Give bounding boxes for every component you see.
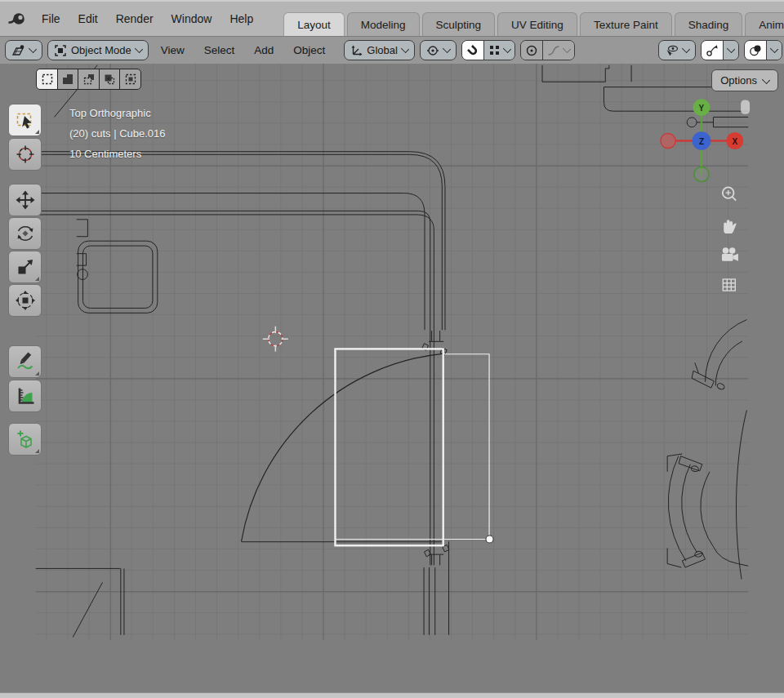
chevron-down-icon [135, 44, 143, 52]
proportional-editing-group [520, 40, 575, 60]
select-difference-icon [103, 73, 116, 86]
viewport-header: Object Mode View Select Add Object Globa… [0, 36, 784, 64]
chevron-down-icon [401, 44, 409, 52]
select-box-icon [15, 109, 36, 131]
tab-uv-editing[interactable]: UV Editing [497, 12, 577, 36]
menu-add[interactable]: Add [247, 37, 281, 64]
mode-label: Object Mode [71, 44, 131, 56]
rotate-icon [15, 223, 36, 244]
chevron-down-icon [762, 75, 770, 83]
select-mode-difference[interactable] [99, 69, 121, 90]
tab-sculpting[interactable]: Sculpting [422, 12, 496, 36]
select-mode-set[interactable] [36, 69, 58, 90]
axis-minus-x-ball[interactable] [661, 133, 675, 148]
object-origin-point[interactable] [486, 536, 493, 543]
chevron-down-icon [563, 44, 571, 52]
proportional-falloff-dropdown[interactable] [542, 41, 574, 60]
snapping-group [461, 40, 515, 60]
show-overlays-toggle[interactable] [702, 41, 723, 60]
subtool-corner-icon [35, 371, 39, 376]
menu-view[interactable]: View [154, 37, 192, 64]
axis-z-label: Z [699, 137, 704, 146]
tool-scale[interactable] [8, 251, 42, 283]
menu-select[interactable]: Select [197, 37, 243, 64]
operator-info: (20) cuts | Cube.016 [69, 123, 166, 144]
select-subtract-icon [82, 73, 96, 86]
chevron-down-icon [727, 44, 735, 52]
transform-icon [15, 290, 36, 311]
annotate-pencil-icon [15, 351, 36, 372]
options-dropdown[interactable]: Options [711, 69, 778, 91]
tool-select-box[interactable] [8, 104, 42, 136]
magnet-icon [466, 44, 479, 57]
select-mode-intersect[interactable] [119, 69, 141, 90]
header-right-group [658, 40, 782, 60]
menu-help[interactable]: Help [220, 2, 262, 36]
view-name: Top Orthographic [69, 103, 166, 123]
blender-logo-icon[interactable] [7, 8, 28, 29]
measure-icon [15, 385, 36, 407]
chevron-down-icon [682, 44, 690, 52]
select-intersect-icon [124, 73, 137, 86]
select-mode-subtract[interactable] [78, 69, 100, 90]
tool-move[interactable] [8, 184, 42, 216]
scale-icon [15, 256, 36, 278]
viewport-shading-toggle[interactable] [745, 41, 766, 60]
menu-render[interactable]: Render [107, 2, 163, 36]
transform-orientation-dropdown[interactable]: Global [344, 40, 415, 60]
axis-y-label: Y [699, 104, 705, 113]
menu-file[interactable]: File [33, 2, 69, 36]
subtool-corner-icon [35, 130, 39, 134]
tab-shading[interactable]: Shading [675, 12, 743, 36]
add-cube-icon [15, 429, 36, 450]
tool-rotate[interactable] [8, 217, 42, 250]
3d-viewport[interactable]: Y X Z [0, 64, 784, 692]
status-bar [0, 692, 784, 698]
pivot-point-icon [426, 44, 439, 57]
proportional-editing-icon [525, 44, 538, 57]
tool-cursor[interactable] [8, 138, 42, 171]
tab-animation[interactable]: Animation [745, 12, 784, 36]
snap-increments-icon [488, 44, 501, 56]
proportional-editing-toggle[interactable] [521, 41, 542, 60]
grid-scale: 10 Centimeters [69, 144, 166, 164]
editor-3d-viewport-icon [11, 44, 25, 57]
snap-toggle-button[interactable] [462, 41, 483, 60]
shading-group [744, 40, 782, 60]
workspace-tabs: Layout Modeling Sculpting UV Editing Tex… [283, 2, 784, 36]
tab-texture-paint[interactable]: Texture Paint [580, 12, 672, 36]
subtool-corner-icon [35, 277, 39, 281]
select-mode-extend[interactable] [57, 69, 79, 90]
options-label: Options [720, 74, 757, 87]
menu-edit[interactable]: Edit [69, 2, 107, 36]
chevron-down-icon [770, 44, 778, 52]
axis-x-label: X [733, 137, 738, 146]
tool-annotate[interactable] [8, 345, 42, 378]
menu-window[interactable]: Window [163, 2, 221, 36]
tab-layout[interactable]: Layout [283, 12, 345, 36]
tool-measure[interactable] [8, 380, 42, 412]
pivot-point-dropdown[interactable] [420, 40, 457, 60]
snap-target-dropdown[interactable] [483, 41, 514, 60]
tool-transform[interactable] [8, 284, 42, 317]
shading-wireframe-icon [749, 44, 762, 57]
viewport-text-overlay: Top Orthographic (20) cuts | Cube.016 10… [69, 103, 166, 164]
orientation-axes-icon [350, 44, 363, 56]
chevron-down-icon [443, 44, 451, 52]
tab-modeling[interactable]: Modeling [347, 12, 420, 36]
object-mode-icon [54, 44, 67, 57]
tool-add-cube[interactable] [8, 423, 42, 456]
show-gizmo-dropdown[interactable] [658, 40, 696, 60]
shading-dropdown[interactable] [766, 41, 782, 60]
select-set-icon [41, 73, 54, 86]
menu-object[interactable]: Object [286, 37, 332, 64]
partial-widget [741, 100, 750, 114]
overlays-dropdown[interactable] [723, 41, 738, 60]
gizmo-visibility-icon [665, 44, 679, 57]
editor-type-button[interactable] [5, 40, 42, 60]
overlays-group [701, 40, 739, 60]
axis-minus-y-ball[interactable] [694, 167, 709, 181]
mode-dropdown[interactable]: Object Mode [47, 40, 149, 60]
orientation-label: Global [367, 44, 398, 56]
falloff-curve-icon [547, 44, 560, 57]
